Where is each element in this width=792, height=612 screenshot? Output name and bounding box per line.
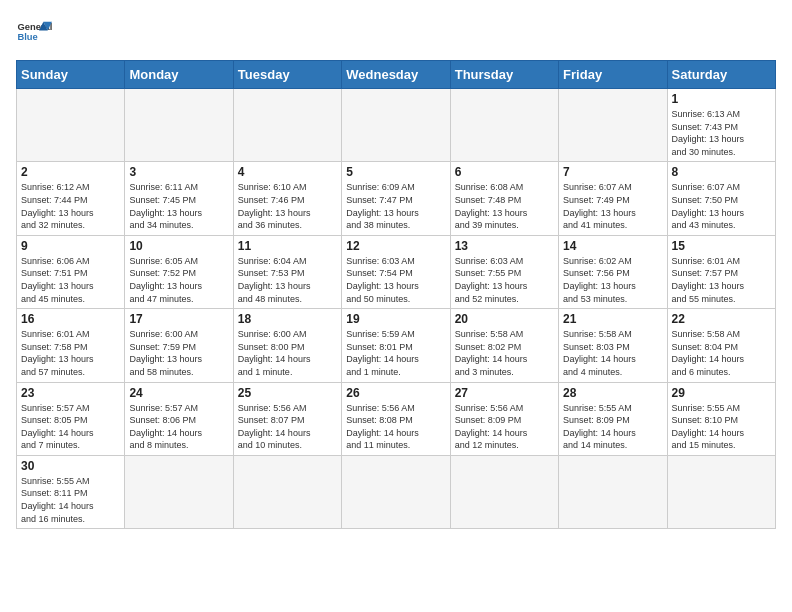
weekday-header-saturday: Saturday	[667, 61, 775, 89]
day-number: 5	[346, 165, 445, 179]
calendar-cell-2-4: 13Sunrise: 6:03 AM Sunset: 7:55 PM Dayli…	[450, 235, 558, 308]
calendar-cell-5-6	[667, 455, 775, 528]
calendar-cell-4-3: 26Sunrise: 5:56 AM Sunset: 8:08 PM Dayli…	[342, 382, 450, 455]
day-info: Sunrise: 5:56 AM Sunset: 8:09 PM Dayligh…	[455, 402, 554, 452]
day-info: Sunrise: 5:55 AM Sunset: 8:11 PM Dayligh…	[21, 475, 120, 525]
day-info: Sunrise: 6:13 AM Sunset: 7:43 PM Dayligh…	[672, 108, 771, 158]
calendar-cell-3-4: 20Sunrise: 5:58 AM Sunset: 8:02 PM Dayli…	[450, 309, 558, 382]
day-number: 20	[455, 312, 554, 326]
calendar-cell-0-0	[17, 89, 125, 162]
calendar-cell-0-3	[342, 89, 450, 162]
calendar-cell-4-5: 28Sunrise: 5:55 AM Sunset: 8:09 PM Dayli…	[559, 382, 667, 455]
day-number: 18	[238, 312, 337, 326]
logo: General Blue	[16, 16, 52, 52]
calendar-cell-0-5	[559, 89, 667, 162]
calendar-week-row-4: 23Sunrise: 5:57 AM Sunset: 8:05 PM Dayli…	[17, 382, 776, 455]
calendar-cell-4-4: 27Sunrise: 5:56 AM Sunset: 8:09 PM Dayli…	[450, 382, 558, 455]
calendar-cell-1-1: 3Sunrise: 6:11 AM Sunset: 7:45 PM Daylig…	[125, 162, 233, 235]
day-number: 27	[455, 386, 554, 400]
calendar-cell-3-0: 16Sunrise: 6:01 AM Sunset: 7:58 PM Dayli…	[17, 309, 125, 382]
day-info: Sunrise: 6:07 AM Sunset: 7:50 PM Dayligh…	[672, 181, 771, 231]
day-info: Sunrise: 6:01 AM Sunset: 7:57 PM Dayligh…	[672, 255, 771, 305]
calendar-cell-2-6: 15Sunrise: 6:01 AM Sunset: 7:57 PM Dayli…	[667, 235, 775, 308]
calendar-week-row-2: 9Sunrise: 6:06 AM Sunset: 7:51 PM Daylig…	[17, 235, 776, 308]
day-number: 13	[455, 239, 554, 253]
weekday-header-tuesday: Tuesday	[233, 61, 341, 89]
day-info: Sunrise: 6:04 AM Sunset: 7:53 PM Dayligh…	[238, 255, 337, 305]
day-info: Sunrise: 6:07 AM Sunset: 7:49 PM Dayligh…	[563, 181, 662, 231]
calendar-cell-5-0: 30Sunrise: 5:55 AM Sunset: 8:11 PM Dayli…	[17, 455, 125, 528]
day-info: Sunrise: 5:58 AM Sunset: 8:03 PM Dayligh…	[563, 328, 662, 378]
weekday-header-monday: Monday	[125, 61, 233, 89]
day-info: Sunrise: 6:00 AM Sunset: 7:59 PM Dayligh…	[129, 328, 228, 378]
calendar-cell-2-3: 12Sunrise: 6:03 AM Sunset: 7:54 PM Dayli…	[342, 235, 450, 308]
calendar-cell-1-3: 5Sunrise: 6:09 AM Sunset: 7:47 PM Daylig…	[342, 162, 450, 235]
calendar-cell-4-0: 23Sunrise: 5:57 AM Sunset: 8:05 PM Dayli…	[17, 382, 125, 455]
day-info: Sunrise: 5:56 AM Sunset: 8:07 PM Dayligh…	[238, 402, 337, 452]
day-info: Sunrise: 6:09 AM Sunset: 7:47 PM Dayligh…	[346, 181, 445, 231]
day-info: Sunrise: 6:08 AM Sunset: 7:48 PM Dayligh…	[455, 181, 554, 231]
day-number: 26	[346, 386, 445, 400]
calendar-cell-5-2	[233, 455, 341, 528]
calendar-table: SundayMondayTuesdayWednesdayThursdayFrid…	[16, 60, 776, 529]
calendar-cell-4-6: 29Sunrise: 5:55 AM Sunset: 8:10 PM Dayli…	[667, 382, 775, 455]
calendar-cell-0-1	[125, 89, 233, 162]
calendar-week-row-0: 1Sunrise: 6:13 AM Sunset: 7:43 PM Daylig…	[17, 89, 776, 162]
calendar-cell-3-5: 21Sunrise: 5:58 AM Sunset: 8:03 PM Dayli…	[559, 309, 667, 382]
weekday-header-row: SundayMondayTuesdayWednesdayThursdayFrid…	[17, 61, 776, 89]
logo-icon: General Blue	[16, 16, 52, 52]
day-info: Sunrise: 6:10 AM Sunset: 7:46 PM Dayligh…	[238, 181, 337, 231]
day-number: 28	[563, 386, 662, 400]
day-number: 7	[563, 165, 662, 179]
day-number: 17	[129, 312, 228, 326]
calendar-cell-4-1: 24Sunrise: 5:57 AM Sunset: 8:06 PM Dayli…	[125, 382, 233, 455]
page-header: General Blue	[16, 16, 776, 52]
day-number: 10	[129, 239, 228, 253]
svg-text:Blue: Blue	[17, 32, 37, 42]
day-info: Sunrise: 5:58 AM Sunset: 8:02 PM Dayligh…	[455, 328, 554, 378]
calendar-cell-2-2: 11Sunrise: 6:04 AM Sunset: 7:53 PM Dayli…	[233, 235, 341, 308]
day-info: Sunrise: 5:57 AM Sunset: 8:06 PM Dayligh…	[129, 402, 228, 452]
day-info: Sunrise: 6:00 AM Sunset: 8:00 PM Dayligh…	[238, 328, 337, 378]
day-info: Sunrise: 6:01 AM Sunset: 7:58 PM Dayligh…	[21, 328, 120, 378]
calendar-cell-1-0: 2Sunrise: 6:12 AM Sunset: 7:44 PM Daylig…	[17, 162, 125, 235]
day-info: Sunrise: 6:03 AM Sunset: 7:54 PM Dayligh…	[346, 255, 445, 305]
day-number: 21	[563, 312, 662, 326]
calendar-cell-0-4	[450, 89, 558, 162]
day-number: 14	[563, 239, 662, 253]
day-info: Sunrise: 6:12 AM Sunset: 7:44 PM Dayligh…	[21, 181, 120, 231]
day-info: Sunrise: 6:06 AM Sunset: 7:51 PM Dayligh…	[21, 255, 120, 305]
day-info: Sunrise: 5:55 AM Sunset: 8:10 PM Dayligh…	[672, 402, 771, 452]
day-number: 29	[672, 386, 771, 400]
calendar-cell-1-2: 4Sunrise: 6:10 AM Sunset: 7:46 PM Daylig…	[233, 162, 341, 235]
weekday-header-wednesday: Wednesday	[342, 61, 450, 89]
calendar-cell-4-2: 25Sunrise: 5:56 AM Sunset: 8:07 PM Dayli…	[233, 382, 341, 455]
calendar-cell-0-2	[233, 89, 341, 162]
calendar-cell-5-5	[559, 455, 667, 528]
day-info: Sunrise: 6:11 AM Sunset: 7:45 PM Dayligh…	[129, 181, 228, 231]
day-number: 16	[21, 312, 120, 326]
day-number: 19	[346, 312, 445, 326]
day-number: 24	[129, 386, 228, 400]
day-number: 6	[455, 165, 554, 179]
day-info: Sunrise: 5:57 AM Sunset: 8:05 PM Dayligh…	[21, 402, 120, 452]
weekday-header-sunday: Sunday	[17, 61, 125, 89]
calendar-cell-2-5: 14Sunrise: 6:02 AM Sunset: 7:56 PM Dayli…	[559, 235, 667, 308]
calendar-cell-3-1: 17Sunrise: 6:00 AM Sunset: 7:59 PM Dayli…	[125, 309, 233, 382]
day-number: 4	[238, 165, 337, 179]
weekday-header-thursday: Thursday	[450, 61, 558, 89]
day-number: 23	[21, 386, 120, 400]
calendar-cell-5-3	[342, 455, 450, 528]
calendar-cell-2-0: 9Sunrise: 6:06 AM Sunset: 7:51 PM Daylig…	[17, 235, 125, 308]
calendar-cell-3-3: 19Sunrise: 5:59 AM Sunset: 8:01 PM Dayli…	[342, 309, 450, 382]
day-number: 11	[238, 239, 337, 253]
day-info: Sunrise: 5:58 AM Sunset: 8:04 PM Dayligh…	[672, 328, 771, 378]
day-number: 8	[672, 165, 771, 179]
day-number: 2	[21, 165, 120, 179]
calendar-cell-1-5: 7Sunrise: 6:07 AM Sunset: 7:49 PM Daylig…	[559, 162, 667, 235]
day-info: Sunrise: 6:02 AM Sunset: 7:56 PM Dayligh…	[563, 255, 662, 305]
calendar-cell-5-4	[450, 455, 558, 528]
calendar-week-row-5: 30Sunrise: 5:55 AM Sunset: 8:11 PM Dayli…	[17, 455, 776, 528]
day-number: 22	[672, 312, 771, 326]
day-number: 9	[21, 239, 120, 253]
